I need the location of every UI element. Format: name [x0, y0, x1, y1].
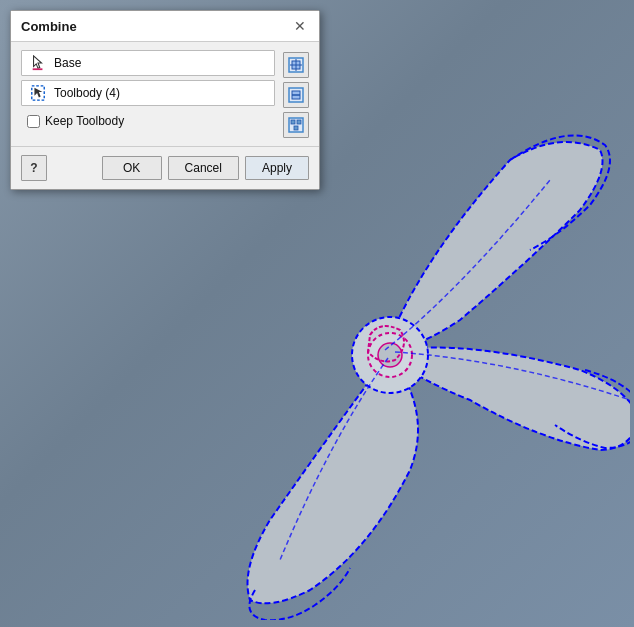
- keep-toolbody-label[interactable]: Keep Toolbody: [45, 114, 124, 128]
- dialog-title: Combine: [21, 19, 77, 34]
- close-button[interactable]: ✕: [291, 17, 309, 35]
- svg-marker-3: [34, 56, 42, 68]
- svg-rect-17: [294, 126, 298, 130]
- right-panel: [283, 50, 309, 138]
- dialog-titlebar: Combine ✕: [11, 11, 319, 42]
- cancel-button[interactable]: Cancel: [168, 156, 239, 180]
- footer-left: ?: [21, 155, 47, 181]
- combine-dialog: Combine ✕ Base: [10, 10, 320, 190]
- svg-rect-16: [297, 120, 301, 124]
- ok-button[interactable]: OK: [102, 156, 162, 180]
- select-body-btn-1[interactable]: [283, 52, 309, 78]
- help-button[interactable]: ?: [21, 155, 47, 181]
- toolbody-label: Toolbody (4): [54, 86, 120, 100]
- keep-toolbody-checkbox[interactable]: [27, 115, 40, 128]
- left-panel: Base Toolbody (4) Keep: [21, 50, 275, 138]
- svg-marker-6: [34, 88, 42, 98]
- apply-button[interactable]: Apply: [245, 156, 309, 180]
- toolbody-list-item[interactable]: Toolbody (4): [21, 80, 275, 106]
- svg-rect-15: [291, 120, 295, 124]
- select-body-btn-2[interactable]: [283, 82, 309, 108]
- dialog-footer: ? OK Cancel Apply: [11, 146, 319, 189]
- dialog-content: Base Toolbody (4) Keep: [21, 50, 309, 138]
- toolbody-icon: [28, 84, 48, 102]
- dialog-body: Base Toolbody (4) Keep: [11, 42, 319, 146]
- select-body-btn-3[interactable]: [283, 112, 309, 138]
- base-icon: [28, 54, 48, 72]
- base-label: Base: [54, 56, 81, 70]
- keep-toolbody-row: Keep Toolbody: [21, 110, 275, 132]
- base-list-item[interactable]: Base: [21, 50, 275, 76]
